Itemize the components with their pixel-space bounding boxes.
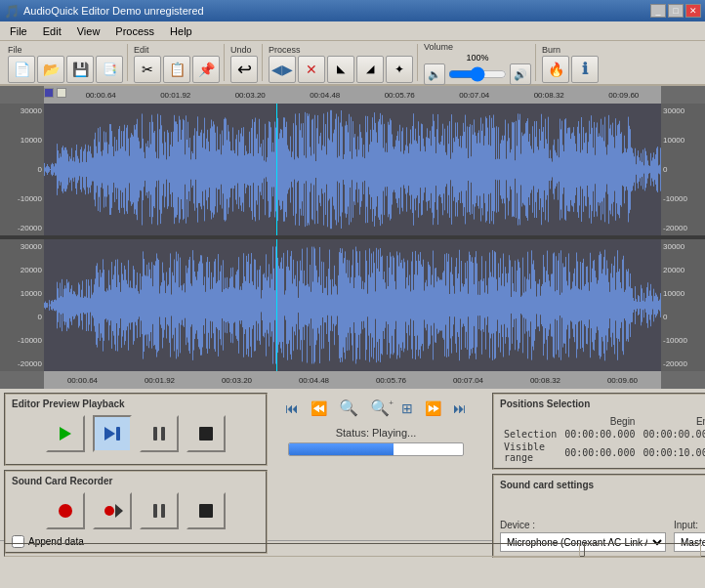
bottom-ruler-mark-8: 00:09.60 (607, 376, 638, 385)
zoom-in-button[interactable]: 🔍+ (366, 397, 394, 419)
ch1-rlabel-30k: 30000 (663, 106, 703, 115)
toolbar-edit-buttons: ✂ 📋 📌 (134, 56, 220, 83)
toolbar-save-button[interactable]: 💾 (66, 56, 94, 83)
titlebar-buttons[interactable]: _ □ ✕ (650, 4, 701, 18)
toolbar-cut-button[interactable]: ✂ (134, 56, 161, 83)
toolbar-volume-up[interactable]: 🔊 (510, 63, 531, 85)
recorder-panel-title: Sound Card Recorder (12, 476, 260, 486)
positions-col-label (500, 415, 560, 428)
timeline-ruler: 00:00.64 00:01.92 00:03.20 00:04.48 00:0… (44, 86, 661, 104)
menubar: File Edit View Process Help (0, 21, 705, 41)
toolbar-saveas-button[interactable]: 📑 (96, 56, 123, 83)
pause-button[interactable] (140, 415, 179, 452)
toolbar-process1-button[interactable]: ◀▶ (269, 56, 296, 83)
bottom-ruler-mark-7: 00:08.32 (530, 376, 560, 385)
svg-point-7 (104, 506, 114, 516)
bottom-ruler: 00:00.64 00:01.92 00:03.20 00:04.48 00:0… (44, 371, 661, 389)
zoom-fit-button[interactable]: ⊞ (397, 399, 417, 418)
positions-selection-label: Selection (500, 428, 560, 441)
zoom-out-button[interactable]: 🔍 (335, 397, 362, 419)
record-button[interactable] (46, 492, 85, 529)
waveform-area[interactable]: 00:00.64 00:01.92 00:03.20 00:04.48 00:0… (0, 86, 705, 389)
stop-button[interactable] (187, 415, 226, 452)
toolbar-fade-button[interactable]: ◣ (327, 56, 354, 83)
ruler-mark-6: 00:07.04 (459, 91, 489, 100)
channel-2-wrapper[interactable]: 30000 20000 10000 0 -10000 -20000 30000 … (0, 239, 705, 371)
ruler-mark-5: 00:05.76 (385, 91, 415, 100)
svg-rect-3 (153, 427, 157, 441)
positions-visible-label: Visible range (500, 441, 560, 464)
toolbar-process-label: Process (269, 45, 301, 55)
toolbar-burn-button[interactable]: 🔥 (542, 56, 569, 83)
svg-point-6 (59, 504, 72, 518)
bottom-ruler-mark-6: 00:07.04 (453, 376, 483, 385)
positions-selection-begin: 00:00:00.000 (560, 428, 639, 441)
ch1-rlabel-n20k: -20000 (663, 224, 703, 232)
toolbar-volume-label: Volume (424, 42, 453, 52)
ch2-ylabel-30k: 30000 (2, 242, 42, 251)
svg-marker-8 (115, 504, 123, 518)
menu-process[interactable]: Process (107, 23, 162, 39)
end-button[interactable]: ⏭ (449, 399, 471, 418)
bottom-ruler-mark-5: 00:05.76 (376, 376, 406, 385)
toolbar-process-group: Process ◀▶ ✕ ◣ ◢ ✦ (269, 43, 413, 83)
loop-play-button[interactable] (93, 415, 132, 452)
recorder-controls (12, 492, 260, 529)
channel-2-canvas[interactable] (44, 239, 661, 371)
ruler-mark-8: 00:09.60 (608, 91, 639, 100)
editor-panel-title: Editor Preview Playback (12, 399, 260, 409)
toolbar-delete-button[interactable]: ✕ (298, 56, 325, 83)
toolbar-file-buttons: 📄 📂 💾 📑 (8, 56, 123, 83)
menu-edit[interactable]: Edit (35, 23, 69, 39)
ruler-mark-3: 00:03.20 (235, 91, 266, 100)
toolbar-process-section: Process ◀▶ ✕ ◣ ◢ ✦ (265, 44, 418, 81)
toolbar-info-button[interactable]: ℹ (571, 56, 599, 83)
rec-stop-button[interactable] (187, 492, 226, 529)
menu-help[interactable]: Help (162, 23, 200, 39)
svg-rect-4 (161, 427, 165, 441)
ruler-mark-2: 00:01.92 (160, 91, 190, 100)
next-button[interactable]: ⏩ (421, 399, 445, 418)
close-button[interactable]: ✕ (685, 4, 701, 18)
menu-file[interactable]: File (2, 23, 35, 39)
toolbar-effect-button[interactable]: ✦ (386, 56, 413, 83)
device-label: Device : (500, 520, 666, 530)
channel-1-canvas[interactable] (44, 104, 661, 235)
statusbar (0, 540, 705, 558)
positions-panel: Positions Selection Begin End Selection … (492, 393, 705, 470)
menu-view[interactable]: View (69, 23, 108, 39)
toolbar-new-button[interactable]: 📄 (8, 56, 35, 83)
positions-table: Begin End Selection 00:00:00.000 00:00:0… (500, 415, 705, 464)
toolbar-undo-label: Undo (230, 45, 252, 55)
rec-loop-button[interactable] (93, 492, 132, 529)
input-label: Input: (674, 520, 705, 530)
maximize-button[interactable]: □ (668, 4, 684, 18)
app-icon: 🎵 (4, 4, 20, 19)
toolbar-edit-section: Edit ✂ 📋 📌 (130, 44, 225, 81)
statusbar-seg1 (4, 543, 580, 557)
minimize-button[interactable]: _ (650, 4, 666, 18)
app-title: AudioQuick Editor Demo unregistered (23, 5, 204, 17)
svg-rect-10 (161, 504, 165, 518)
ruler-mark-7: 00:08.32 (534, 91, 564, 100)
status-text: Status: Playing... (336, 427, 417, 439)
prev-button[interactable]: ⏪ (307, 399, 331, 418)
play-button[interactable] (46, 415, 85, 452)
positions-col-begin: Begin (560, 415, 639, 428)
ch1-ylabel-30k: 30000 (2, 106, 42, 115)
rewind-to-start-button[interactable]: ⏮ (281, 399, 303, 418)
toolbar-paste-button[interactable]: 📌 (192, 56, 220, 83)
bottom-ruler-mark-4: 00:04.48 (299, 376, 329, 385)
svg-marker-0 (60, 427, 71, 441)
toolbar-fadein-button[interactable]: ◢ (356, 56, 384, 83)
toolbar-file-label: File (8, 45, 22, 55)
volume-slider[interactable] (448, 67, 507, 81)
toolbar-open-button[interactable]: 📂 (37, 56, 64, 83)
rec-pause-button[interactable] (140, 492, 179, 529)
toolbar-undo-button[interactable]: ↩ (230, 56, 258, 83)
statusbar-seg2 (584, 543, 701, 557)
toolbar-copy-button[interactable]: 📋 (163, 56, 190, 83)
toolbar-volume-down[interactable]: 🔈 (424, 63, 445, 85)
channel-1-wrapper[interactable]: 30000 10000 0 -10000 -20000 30000 10000 … (0, 104, 705, 235)
positions-row-visible: Visible range 00:00:00.000 00:00:10.000 (500, 441, 705, 464)
